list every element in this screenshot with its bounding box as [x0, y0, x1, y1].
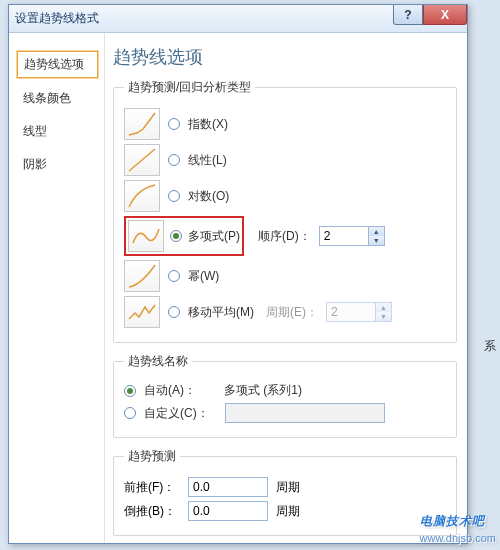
- name-custom-input[interactable]: [225, 403, 385, 423]
- order-input[interactable]: [320, 227, 368, 245]
- polynomial-highlight: 多项式(P): [124, 216, 244, 256]
- radio-polynomial[interactable]: [170, 230, 182, 242]
- opt-power[interactable]: 幂(W): [124, 260, 446, 292]
- backward-row: 倒推(B)： 周期: [124, 501, 446, 521]
- order-label: 顺序(D)：: [258, 228, 311, 245]
- content-pane: 趋势线选项 趋势预测/回归分析类型 指数(X) 线性(L) 对数(O): [104, 33, 467, 543]
- order-spinner[interactable]: ▲▼: [319, 226, 385, 246]
- backward-label: 倒推(B)：: [124, 503, 180, 520]
- period-input: [327, 303, 375, 321]
- moving-average-icon: [124, 296, 160, 328]
- label-linear: 线性(L): [188, 152, 227, 169]
- regression-legend: 趋势预测/回归分析类型: [124, 79, 255, 96]
- window-buttons: ? X: [393, 5, 467, 25]
- exponential-icon: [124, 108, 160, 140]
- opt-moving-average: 移动平均(M) 周期(E)： ▲▼: [124, 296, 446, 328]
- period-down: ▼: [376, 312, 391, 321]
- nav-line-style[interactable]: 线型: [17, 119, 98, 144]
- forward-input[interactable]: [188, 477, 268, 497]
- name-auto-row[interactable]: 自动(A)： 多项式 (系列1): [124, 382, 446, 399]
- logarithmic-icon: [124, 180, 160, 212]
- backward-input[interactable]: [188, 501, 268, 521]
- help-button[interactable]: ?: [393, 5, 423, 25]
- name-auto-value: 多项式 (系列1): [224, 382, 302, 399]
- svg-line-0: [129, 149, 155, 171]
- window-title: 设置趋势线格式: [15, 10, 99, 27]
- category-nav: 趋势线选项 线条颜色 线型 阴影: [9, 33, 104, 543]
- name-auto-label: 自动(A)：: [144, 382, 196, 399]
- radio-exponential[interactable]: [168, 118, 180, 130]
- forecast-legend: 趋势预测: [124, 448, 180, 465]
- label-moving-average: 移动平均(M): [188, 304, 254, 321]
- titlebar: 设置趋势线格式 ? X: [9, 5, 467, 33]
- section-title: 趋势线选项: [113, 45, 457, 69]
- label-logarithmic: 对数(O): [188, 188, 229, 205]
- close-window-button[interactable]: X: [423, 5, 467, 25]
- dialog-window: 设置趋势线格式 ? X 趋势线选项 线条颜色 线型 阴影 趋势线选项 趋势预测/…: [8, 4, 468, 544]
- nav-line-color[interactable]: 线条颜色: [17, 86, 98, 111]
- period-up: ▲: [376, 303, 391, 312]
- trendline-name-group: 趋势线名称 自动(A)： 多项式 (系列1) 自定义(C)：: [113, 353, 457, 438]
- radio-name-custom[interactable]: [124, 407, 136, 419]
- polynomial-icon: [128, 220, 164, 252]
- period-label: 周期(E)：: [266, 304, 318, 321]
- radio-name-auto[interactable]: [124, 385, 136, 397]
- opt-linear[interactable]: 线性(L): [124, 144, 446, 176]
- forward-row: 前推(F)： 周期: [124, 477, 446, 497]
- radio-linear[interactable]: [168, 154, 180, 166]
- forward-label: 前推(F)：: [124, 479, 180, 496]
- label-polynomial: 多项式(P): [188, 228, 240, 245]
- linear-icon: [124, 144, 160, 176]
- forecast-group: 趋势预测 前推(F)： 周期 倒推(B)： 周期: [113, 448, 457, 536]
- radio-moving-average[interactable]: [168, 306, 180, 318]
- label-exponential: 指数(X): [188, 116, 228, 133]
- period-spinner: ▲▼: [326, 302, 392, 322]
- radio-power[interactable]: [168, 270, 180, 282]
- regression-group: 趋势预测/回归分析类型 指数(X) 线性(L) 对数(O): [113, 79, 457, 343]
- nav-shadow[interactable]: 阴影: [17, 152, 98, 177]
- forward-unit: 周期: [276, 479, 316, 496]
- radio-logarithmic[interactable]: [168, 190, 180, 202]
- opt-exponential[interactable]: 指数(X): [124, 108, 446, 140]
- label-power: 幂(W): [188, 268, 219, 285]
- power-icon: [124, 260, 160, 292]
- opt-polynomial-row: 多项式(P) 顺序(D)： ▲▼: [124, 216, 446, 256]
- name-custom-row[interactable]: 自定义(C)：: [124, 403, 446, 423]
- name-custom-label: 自定义(C)：: [144, 405, 209, 422]
- nav-trendline-options[interactable]: 趋势线选项: [17, 51, 98, 78]
- dialog-body: 趋势线选项 线条颜色 线型 阴影 趋势线选项 趋势预测/回归分析类型 指数(X)…: [9, 33, 467, 543]
- name-legend: 趋势线名称: [124, 353, 192, 370]
- order-down[interactable]: ▼: [369, 236, 384, 245]
- order-up[interactable]: ▲: [369, 227, 384, 236]
- backward-unit: 周期: [276, 503, 316, 520]
- opt-logarithmic[interactable]: 对数(O): [124, 180, 446, 212]
